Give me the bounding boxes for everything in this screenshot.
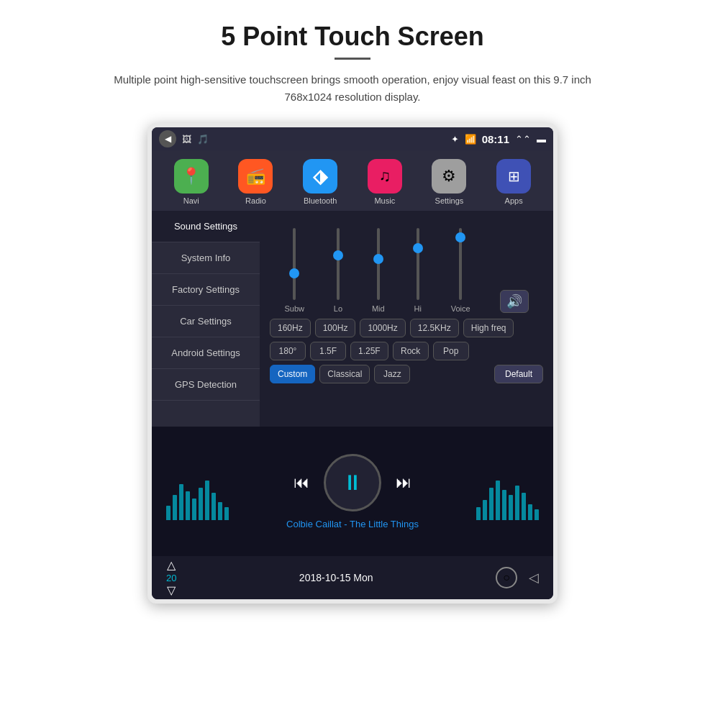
preset-1-25f[interactable]: 1.25F xyxy=(350,342,388,360)
status-right: ✦ 📶 08:11 ⌃⌃ ▬ xyxy=(451,133,546,145)
player-controls: ⏮ ⏸ ⏭ xyxy=(294,454,411,511)
eq-presets: 160Hz 100Hz 1000Hz 12.5KHz High freq 180… xyxy=(270,319,543,383)
preset-custom[interactable]: Custom xyxy=(270,365,315,383)
song-title: Colbie Caillat - The Little Things xyxy=(286,519,419,529)
eq-bar xyxy=(179,484,183,520)
eq-bar xyxy=(502,490,506,520)
bluetooth-label: Bluetooth xyxy=(304,196,337,205)
next-button[interactable]: ⏭ xyxy=(396,473,411,492)
preset-100hz[interactable]: 100Hz xyxy=(315,319,356,337)
eq-bar xyxy=(489,488,494,520)
eq-bar xyxy=(224,507,229,520)
preset-jazz[interactable]: Jazz xyxy=(374,365,410,383)
play-pause-button[interactable]: ⏸ xyxy=(324,454,381,511)
eq-channel-lo: Lo xyxy=(334,228,342,313)
expand-icon: ⌃⌃ xyxy=(515,134,531,145)
preset-180[interactable]: 180° xyxy=(270,342,306,360)
eq-sliders: Subw Lo Mid xyxy=(270,219,543,313)
eq-channel-subw: Subw xyxy=(284,228,304,313)
music-status-icon: 🎵 xyxy=(197,134,209,145)
mid-slider[interactable] xyxy=(377,228,380,300)
status-bar: ◀ 🖼 🎵 ✦ 📶 08:11 ⌃⌃ ▬ xyxy=(152,127,553,150)
mid-thumb[interactable] xyxy=(373,254,383,264)
navi-label: Navi xyxy=(183,196,199,205)
prev-button[interactable]: ⏮ xyxy=(294,473,309,492)
eq-bar xyxy=(476,507,481,520)
preset-row-2: 180° 1.5F 1.25F Rock Pop xyxy=(270,342,543,360)
hi-thumb[interactable] xyxy=(413,243,423,253)
lo-slider[interactable] xyxy=(337,228,340,300)
apps-icon: ⊞ xyxy=(496,159,531,194)
radio-icon: 📻 xyxy=(238,159,273,194)
music-icon: ♫ xyxy=(368,159,402,194)
preset-12khz[interactable]: 12.5KHz xyxy=(410,319,459,337)
bottom-bar: △ 20 ▽ 2018-10-15 Mon ○ ◁ xyxy=(152,556,553,599)
apps-label: Apps xyxy=(505,196,523,205)
preset-default[interactable]: Default xyxy=(494,365,543,383)
preset-highfreq[interactable]: High freq xyxy=(463,319,514,337)
eq-bars-right xyxy=(476,477,539,520)
preset-pop[interactable]: Pop xyxy=(433,342,469,360)
pause-icon: ⏸ xyxy=(342,470,363,495)
settings-label: Settings xyxy=(435,196,464,205)
lo-label: Lo xyxy=(334,304,342,313)
up-arrow[interactable]: △ xyxy=(167,560,176,571)
app-bluetooth[interactable]: ⬗ Bluetooth xyxy=(299,159,342,205)
image-icon: 🖼 xyxy=(182,134,191,145)
app-navi[interactable]: 📍 Navi xyxy=(170,159,213,205)
preset-1000hz[interactable]: 1000Hz xyxy=(360,319,405,337)
eq-bar xyxy=(166,506,170,520)
nav-number: 20 xyxy=(166,573,176,583)
eq-bar xyxy=(199,488,203,520)
music-label: Music xyxy=(374,196,395,205)
eq-bar xyxy=(192,499,196,520)
date-display: 2018-10-15 Mon xyxy=(299,572,373,583)
voice-slider[interactable] xyxy=(459,228,462,300)
main-content: Sound Settings System Info Factory Setti… xyxy=(152,211,553,427)
preset-rock[interactable]: Rock xyxy=(393,342,429,360)
sidebar-item-gps-detection[interactable]: GPS Detection xyxy=(152,369,260,401)
sidebar-item-sound-settings[interactable]: Sound Settings xyxy=(152,211,260,242)
home-button[interactable]: ○ xyxy=(496,567,517,588)
preset-row-1: 160Hz 100Hz 1000Hz 12.5KHz High freq xyxy=(270,319,543,337)
preset-classical[interactable]: Classical xyxy=(319,365,370,383)
eq-bar xyxy=(173,495,177,520)
sidebar-item-android-settings[interactable]: Android Settings xyxy=(152,337,260,369)
nav-arrows: △ 20 ▽ xyxy=(166,560,176,596)
bluetooth-status-icon: ✦ xyxy=(451,134,459,145)
sidebar-item-car-settings[interactable]: Car Settings xyxy=(152,306,260,337)
title-divider xyxy=(335,58,370,60)
back-button[interactable]: ◀ xyxy=(159,130,176,147)
hi-label: Hi xyxy=(414,304,422,313)
eq-bar xyxy=(186,491,190,520)
down-arrow[interactable]: ▽ xyxy=(167,585,176,596)
music-player: ⏮ ⏸ ⏭ Colbie Caillat - The Little Things xyxy=(152,427,553,556)
eq-bar xyxy=(522,493,526,520)
eq-bar xyxy=(483,500,487,520)
subw-thumb[interactable] xyxy=(289,268,299,278)
subw-slider[interactable] xyxy=(293,228,296,300)
eq-channel-hi: Hi xyxy=(414,228,422,313)
mid-label: Mid xyxy=(372,304,385,313)
eq-panel: Subw Lo Mid xyxy=(260,211,553,427)
app-apps[interactable]: ⊞ Apps xyxy=(492,159,535,205)
sound-toggle-button[interactable]: 🔊 xyxy=(500,290,529,313)
back-nav-button[interactable]: ◁ xyxy=(529,570,539,586)
voice-thumb[interactable] xyxy=(455,232,465,242)
app-settings[interactable]: ⚙ Settings xyxy=(427,159,470,205)
voice-label: Voice xyxy=(451,304,470,313)
sidebar-item-factory-settings[interactable]: Factory Settings xyxy=(152,274,260,306)
eq-bar xyxy=(205,481,209,520)
lo-thumb[interactable] xyxy=(333,250,343,260)
eq-bar xyxy=(496,481,500,520)
eq-bar xyxy=(212,493,216,520)
preset-160hz[interactable]: 160Hz xyxy=(270,319,311,337)
app-radio[interactable]: 📻 Radio xyxy=(234,159,277,205)
clock: 08:11 xyxy=(482,133,509,145)
eq-channel-voice: Voice xyxy=(451,228,470,313)
sidebar-item-system-info[interactable]: System Info xyxy=(152,242,260,274)
app-music[interactable]: ♫ Music xyxy=(363,159,406,205)
hi-slider[interactable] xyxy=(417,228,419,300)
eq-bar xyxy=(509,495,513,520)
preset-1-5f[interactable]: 1.5F xyxy=(310,342,346,360)
